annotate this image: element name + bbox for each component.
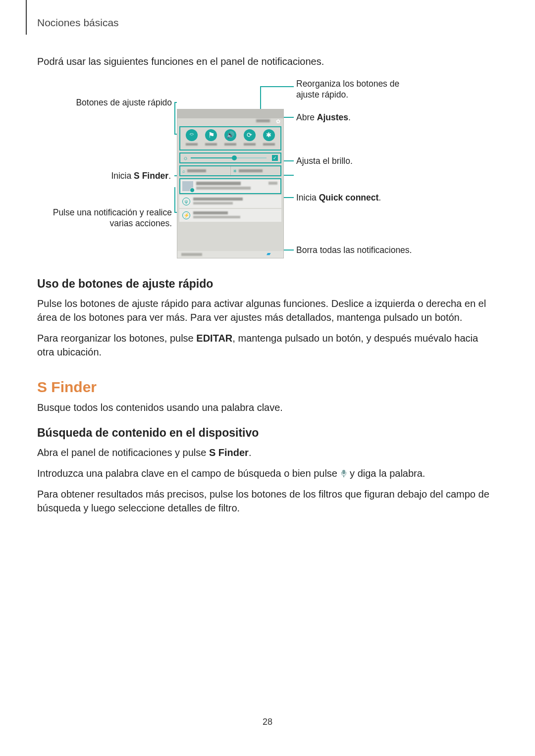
status-bar — [177, 109, 283, 118]
callout-sfinder-bold: S Finder — [134, 171, 168, 181]
microphone-icon — [340, 470, 347, 478]
gear-icon: ✿ — [276, 119, 280, 124]
search-p2-post: y diga la palabra. — [347, 468, 426, 479]
label-blurred — [244, 143, 256, 146]
line — [260, 86, 261, 109]
quick-settings-p1: Pulse los botones de ajuste rápido para … — [37, 297, 497, 324]
callout-sfinder: Inicia S Finder. — [72, 170, 171, 181]
qs-icons-row: ⌔ ⚑ 🔊 ⟳ ✱ — [182, 129, 278, 141]
brightness-row: ☼ ✓ — [179, 152, 281, 163]
bluetooth-icon: ✱ — [263, 129, 275, 141]
usb-icon: ψ — [182, 198, 190, 205]
wifi-icon: ⌔ — [186, 129, 198, 141]
search-p1-bold: S Finder — [209, 447, 249, 458]
label-blurred — [186, 143, 198, 146]
callout-qs-buttons: Botones de ajuste rápido — [48, 97, 172, 108]
charging-icon: ⚡ — [182, 211, 190, 219]
callout-open-settings-pre: Abre — [296, 112, 317, 122]
heading-sfinder: S Finder — [37, 379, 497, 396]
search-p1-post: . — [249, 447, 252, 458]
rotate-icon: ⟳ — [244, 129, 256, 141]
callout-open-settings-bold: Ajustes — [317, 112, 348, 122]
location-icon: ⚑ — [205, 129, 217, 141]
quick-settings-panel: ⌔ ⚑ 🔊 ⟳ ✱ — [179, 126, 281, 151]
search-p3: Para obtener resultados más precisos, pu… — [37, 487, 497, 515]
line — [174, 187, 175, 212]
notification-time-blurred — [268, 182, 277, 185]
callout-reorganize: Reorganiza los botones de ajuste rápido. — [296, 78, 420, 100]
search-p1: Abra el panel de notificaciones y pulse … — [37, 446, 497, 459]
quick-settings-p2: Para reorganizar los botones, pulse EDIT… — [37, 331, 497, 359]
notification-title-blurred — [193, 198, 243, 201]
auto-brightness-checkbox: ✓ — [272, 155, 278, 161]
callout-open-settings: Abre Ajustes. — [296, 112, 351, 123]
search-p2-pre: Introduzca una palabra clave en el campo… — [37, 468, 340, 479]
callout-open-settings-post: . — [348, 112, 351, 122]
label-blurred — [263, 143, 275, 146]
search-icon: ⌕ — [182, 168, 185, 174]
carrier-label-blurred — [181, 253, 202, 256]
callout-tap-notification: Pulse una notificación y realice varias … — [48, 207, 172, 229]
label-blurred — [205, 143, 217, 146]
callout-quick-connect: Inicia Quick connect. — [296, 192, 381, 203]
content: Podrá usar las siguientes funciones en e… — [37, 54, 497, 522]
notification-subtitle-blurred — [193, 216, 240, 218]
notification-panel-figure: Reorganiza los botones de ajuste rápido.… — [37, 79, 497, 262]
edit-label-blurred — [256, 119, 270, 122]
notification-item: ⚡ — [179, 209, 281, 222]
clear-all-icon: ▰ — [267, 251, 270, 257]
slider-fill — [191, 157, 232, 158]
notification-title-blurred — [193, 211, 228, 214]
notification-subtitle-blurred — [196, 187, 251, 190]
quick-connect-icon: ✳ — [233, 168, 237, 174]
brightness-slider — [191, 157, 267, 158]
search-p2: Introduzca una palabra clave en el campo… — [37, 466, 497, 480]
callout-qc-post: . — [378, 193, 381, 202]
notification-subtitle-blurred — [193, 202, 233, 204]
quick-connect-label-blurred — [239, 169, 263, 172]
callout-clear-notifications: Borra todas las notificaciones. — [296, 245, 412, 255]
notification-title-blurred — [196, 182, 241, 185]
heading-search-content: Búsqueda de contenido en el dispositivo — [37, 426, 497, 440]
sfinder-p1: Busque todos los contenidos usando una p… — [37, 401, 497, 414]
search-p1-pre: Abra el panel de notificaciones y pulse — [37, 447, 209, 458]
sound-icon: 🔊 — [224, 129, 236, 141]
heading-quick-settings: Uso de botones de ajuste rápido — [37, 277, 497, 291]
p2-pre: Para reorganizar los botones, pulse — [37, 333, 196, 344]
sun-icon: ☼ — [183, 154, 188, 161]
section-header: Nociones básicas — [37, 17, 119, 29]
sfinder-button: ⌕ — [180, 166, 231, 175]
callout-sfinder-post: . — [168, 171, 171, 181]
panel-header-row: ✿ — [177, 118, 283, 125]
callout-brightness: Ajusta el brillo. — [296, 155, 353, 166]
sfinder-quickconnect-row: ⌕ ✳ — [179, 165, 281, 176]
page-number: 28 — [0, 717, 535, 727]
label-blurred — [224, 143, 236, 146]
notification-thumbnail — [182, 181, 193, 191]
page: Nociones básicas Podrá usar las siguient… — [0, 0, 535, 756]
line — [260, 86, 294, 87]
callout-sfinder-pre: Inicia — [111, 171, 134, 181]
qs-icon-labels — [182, 143, 278, 146]
notification-card — [179, 178, 281, 194]
callout-qc-pre: Inicia — [296, 193, 319, 202]
panel-bottom-bar: ▰ — [177, 251, 283, 258]
sfinder-label-blurred — [187, 169, 206, 172]
intro-paragraph: Podrá usar las siguientes funciones en e… — [37, 54, 497, 68]
thumbnail-badge — [190, 188, 195, 193]
callout-qc-bold: Quick connect — [319, 193, 379, 202]
notification-item: ψ — [179, 195, 281, 208]
phone-notification-panel: ✿ ⌔ ⚑ 🔊 ⟳ ✱ — [177, 109, 284, 258]
slider-thumb — [232, 155, 237, 160]
quick-connect-button: ✳ — [231, 166, 281, 175]
p2-bold: EDITAR — [196, 333, 232, 344]
header-rule — [26, 0, 27, 35]
line — [174, 102, 175, 134]
